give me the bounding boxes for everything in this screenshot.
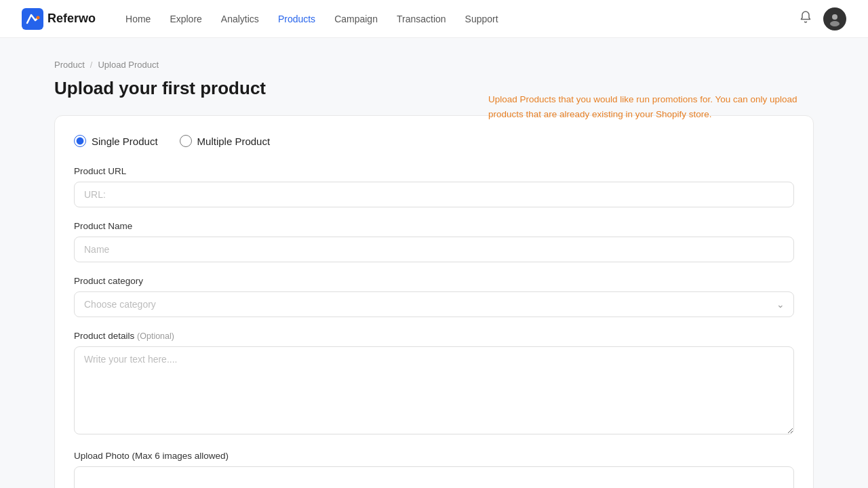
single-product-label: Single Product: [92, 136, 158, 147]
navbar-right: [796, 7, 846, 30]
nav-support[interactable]: Support: [457, 9, 507, 28]
form-card: Single Product Multiple Product Product …: [54, 115, 814, 488]
details-label-text: Product details: [74, 331, 134, 341]
multiple-product-radio-label[interactable]: Multiple Product: [180, 135, 271, 147]
upload-photo-area[interactable]: [74, 466, 794, 488]
nav-home[interactable]: Home: [117, 9, 159, 28]
navbar: Referwo Home Explore Analytics Products …: [0, 0, 868, 38]
nav-links: Home Explore Analytics Products Campaign…: [117, 9, 796, 28]
breadcrumb-current: Upload Product: [98, 60, 159, 70]
product-category-label: Product category: [74, 276, 794, 286]
nav-campaign[interactable]: Campaign: [326, 9, 386, 28]
product-category-select[interactable]: Choose category: [74, 291, 794, 317]
breadcrumb-separator: /: [90, 60, 93, 70]
app-name: Referwo: [47, 12, 96, 26]
bell-icon: [799, 10, 812, 24]
breadcrumb-parent[interactable]: Product: [54, 60, 85, 70]
product-details-textarea[interactable]: [74, 346, 794, 434]
nav-transaction[interactable]: Transaction: [389, 9, 454, 28]
product-name-group: Product Name: [74, 221, 794, 262]
upload-photo-label: Upload Photo (Max 6 images allowed): [74, 451, 794, 461]
breadcrumb: Product / Upload Product: [54, 60, 814, 70]
multiple-product-label: Multiple Product: [197, 136, 271, 147]
category-select-wrapper: Choose category ⌄: [74, 291, 794, 317]
details-optional-text: (Optional): [137, 331, 174, 341]
product-category-group: Product category Choose category ⌄: [74, 276, 794, 317]
product-url-group: Product URL: [74, 166, 794, 207]
product-details-label: Product details (Optional): [74, 331, 794, 341]
single-product-radio[interactable]: [74, 135, 86, 147]
svg-point-3: [830, 21, 840, 26]
product-details-group: Product details (Optional): [74, 331, 794, 437]
notification-button[interactable]: [796, 7, 815, 30]
user-avatar[interactable]: [823, 7, 846, 30]
logo-icon: [22, 8, 43, 30]
single-product-radio-label[interactable]: Single Product: [74, 135, 158, 147]
info-text: Upload Products that you would like run …: [488, 92, 814, 121]
product-name-label: Product Name: [74, 221, 794, 231]
multiple-product-radio[interactable]: [180, 135, 192, 147]
svg-point-2: [832, 14, 837, 20]
nav-explore[interactable]: Explore: [161, 9, 210, 28]
svg-rect-0: [22, 8, 43, 30]
app-logo[interactable]: Referwo: [22, 8, 96, 30]
product-url-label: Product URL: [74, 166, 794, 176]
nav-products[interactable]: Products: [270, 9, 323, 28]
svg-point-1: [37, 16, 40, 19]
nav-analytics[interactable]: Analytics: [213, 9, 267, 28]
upload-photo-group: Upload Photo (Max 6 images allowed): [74, 451, 794, 488]
avatar-icon: [827, 12, 842, 26]
product-name-input[interactable]: [74, 237, 794, 262]
product-url-input[interactable]: [74, 182, 794, 207]
product-type-radio-group: Single Product Multiple Product: [74, 135, 794, 147]
